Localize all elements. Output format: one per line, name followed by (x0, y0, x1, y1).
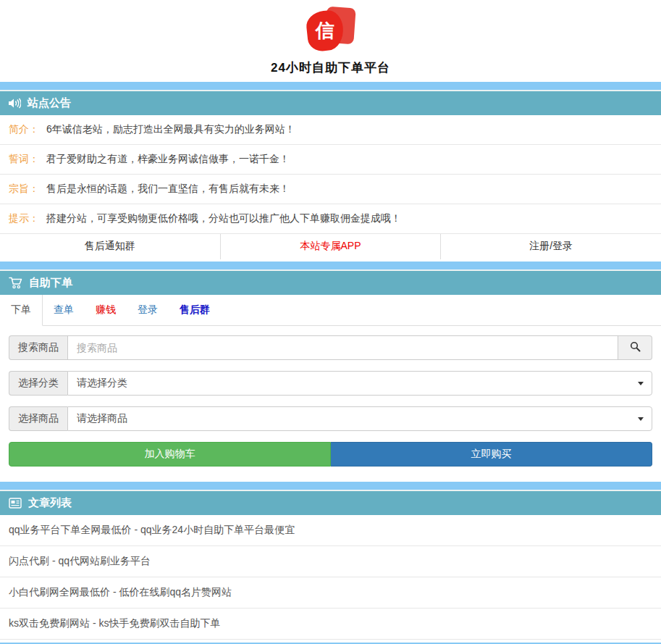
search-row: 搜索商品 (9, 335, 652, 360)
site-title: 24小时自助下单平台 (0, 59, 661, 76)
search-input[interactable] (67, 335, 618, 360)
search-label: 搜索商品 (9, 335, 67, 360)
site-app-link[interactable]: 本站专属APP (221, 234, 442, 259)
quick-links-row: 售后通知群 本站专属APP 注册/登录 (0, 234, 661, 259)
product-select[interactable]: 请选择商品 (67, 406, 652, 431)
cart-icon (9, 277, 22, 289)
article-link[interactable]: 小白代刷网全网最低价 - 低价在线刷qq名片赞网站 (0, 577, 661, 609)
site-header: 信 24小时自助下单平台 (0, 0, 661, 82)
notice-row: 提示： 搭建分站，可享受购物更低价格哦，分站也可以推广他人下单赚取佣金提成哦！ (0, 204, 661, 234)
product-row: 选择商品 请选择商品 (9, 406, 652, 431)
logo-character: 信 (316, 18, 334, 43)
notice-text: 售后是永恒的话题，我们一直坚信，有售后就有未来！ (46, 183, 290, 196)
caret-down-icon (638, 417, 644, 421)
article-link[interactable]: qq业务平台下单全网最低价 - qq业务24小时自助下单平台最便宜 (0, 515, 661, 546)
announcement-panel: 站点公告 简介： 6年诚信老站，励志打造出全网最具有实力的业务网站！ 誓词： 君… (0, 91, 661, 262)
articles-panel-header: 文章列表 (0, 491, 661, 515)
aftersale-group-link[interactable]: 售后通知群 (0, 234, 221, 259)
order-tabs: 下单 查单 赚钱 登录 售后群 (0, 295, 661, 326)
logo-seal-icon: 信 (305, 9, 345, 53)
site-logo: 信 (306, 7, 356, 54)
search-button[interactable] (618, 335, 652, 360)
announcement-panel-header: 站点公告 (0, 91, 661, 115)
articles-panel: 文章列表 qq业务平台下单全网最低价 - qq业务24小时自助下单平台最便宜 闪… (0, 491, 661, 643)
notice-text: 君子爱财助之有道，梓豪业务网诚信做事，一诺千金！ (46, 153, 290, 166)
search-icon (630, 341, 641, 354)
tab-earn-money[interactable]: 赚钱 (85, 295, 127, 325)
article-link[interactable]: 闪点代刷 - qq代网站刷业务平台 (0, 546, 661, 577)
caret-down-icon (638, 382, 644, 385)
page: 信 24小时自助下单平台 站点公告 简介： 6年诚信老站，励志打造出全网最具有实… (0, 0, 661, 644)
category-row: 选择分类 请选择分类 (9, 371, 652, 396)
category-label: 选择分类 (9, 371, 67, 396)
notice-text: 6年诚信老站，励志打造出全网最具有实力的业务网站！ (46, 123, 295, 136)
order-panel-title: 自助下单 (29, 276, 72, 290)
register-login-link[interactable]: 注册/登录 (441, 234, 661, 259)
category-select[interactable]: 请选择分类 (67, 371, 652, 396)
tab-check-order[interactable]: 查单 (43, 295, 85, 325)
tab-place-order[interactable]: 下单 (0, 295, 43, 326)
add-to-cart-button[interactable]: 加入购物车 (9, 442, 331, 467)
notice-label: 宗旨： (9, 183, 39, 196)
category-selected-value: 请选择分类 (77, 377, 127, 390)
volume-icon (9, 98, 21, 109)
notice-label: 誓词： (9, 153, 39, 166)
notice-text: 搭建分站，可享受购物更低价格哦，分站也可以推广他人下单赚取佣金提成哦！ (46, 212, 401, 225)
separator-strip (0, 262, 661, 271)
newspaper-icon (9, 498, 22, 509)
notice-row: 誓词： 君子爱财助之有道，梓豪业务网诚信做事，一诺千金！ (0, 145, 661, 175)
article-link[interactable]: ks双击免费刷网站 - ks快手免费刷双击自助下单 (0, 609, 661, 640)
announcement-panel-title: 站点公告 (28, 96, 71, 110)
order-panel: 自助下单 下单 查单 赚钱 登录 售后群 搜索商品 (0, 271, 661, 482)
articles-panel-title: 文章列表 (28, 496, 72, 510)
product-label: 选择商品 (9, 406, 67, 431)
notice-row: 宗旨： 售后是永恒的话题，我们一直坚信，有售后就有未来！ (0, 175, 661, 204)
notice-label: 简介： (9, 123, 39, 136)
order-panel-header: 自助下单 (0, 271, 661, 295)
notice-row: 简介： 6年诚信老站，励志打造出全网最具有实力的业务网站！ (0, 115, 661, 145)
tab-aftersale-group[interactable]: 售后群 (169, 295, 221, 325)
tab-login[interactable]: 登录 (127, 295, 169, 325)
separator-strip (0, 482, 661, 491)
buy-now-button[interactable]: 立即购买 (331, 442, 652, 467)
product-selected-value: 请选择商品 (77, 412, 127, 425)
order-form: 搜索商品 选择分类 请选择分类 (0, 326, 661, 482)
separator-strip (0, 82, 661, 91)
notice-label: 提示： (9, 212, 39, 225)
action-buttons: 加入购物车 立即购买 (9, 442, 652, 467)
